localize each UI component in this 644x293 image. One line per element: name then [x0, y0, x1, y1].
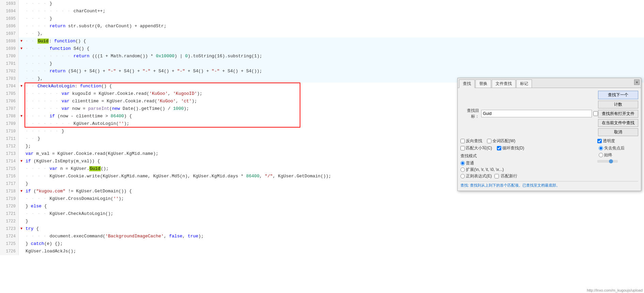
reverse-search-checkbox[interactable]: [460, 139, 465, 143]
line-number: 1702: [0, 68, 19, 75]
match-case-checkbox[interactable]: [460, 146, 465, 150]
line-number: 1698: [0, 38, 19, 45]
transparency-lose-focus-radio[interactable]: [599, 146, 603, 150]
line-number: 1693: [0, 0, 19, 8]
fold-icon: [19, 8, 24, 15]
search-result: 查找: 查找到从上到下的首个匹配项。已查找至文档最底部。: [460, 181, 638, 188]
mode-normal-radio[interactable]: [460, 161, 465, 165]
fold-icon[interactable]: ▼: [19, 225, 24, 233]
whole-word-checkbox[interactable]: [487, 139, 491, 143]
search-mode-section: 查找模式 普通 扩展(\n, \r, \t, \0, \x...): [460, 153, 594, 179]
code-content: · · · · return (S4() + S4() + "-" + S4()…: [24, 68, 644, 75]
line-number: 1704: [0, 83, 19, 90]
tab-find[interactable]: 查找: [459, 79, 475, 88]
transparency-section: 透明度 失去焦点后 始终: [594, 138, 638, 179]
fold-icon[interactable]: ▼: [19, 83, 24, 90]
line-number: 1726: [0, 248, 19, 255]
line-number: 1716: [0, 173, 19, 180]
cancel-button[interactable]: 取消: [598, 128, 638, 136]
tab-file-find[interactable]: 文件查找: [492, 79, 516, 88]
code-content: · · },: [24, 30, 644, 38]
reverse-search-option[interactable]: 反向查找: [460, 138, 482, 144]
fold-icon: [19, 23, 24, 30]
mode-regex-radio[interactable]: [460, 174, 465, 178]
code-line: 1701 · · · · }: [0, 60, 644, 68]
find-in-current-button[interactable]: 在当前文件中查找: [598, 119, 638, 127]
tab-mark[interactable]: 标记: [516, 79, 532, 88]
code-line: 1698▼· · Guid: function() {: [0, 38, 644, 45]
line-number: 1710: [0, 128, 19, 135]
fold-icon: [19, 195, 24, 203]
options-section: 反向查找 全词匹配(W) 匹配大小写(C): [460, 138, 638, 179]
fold-icon[interactable]: ▼: [19, 113, 24, 120]
code-content: · · · · KgUser.CheckAutoLogin();: [24, 210, 644, 218]
line-number: 1712: [0, 143, 19, 150]
line-number: 1718: [0, 188, 19, 195]
fold-icon[interactable]: ▼: [19, 158, 24, 165]
fold-icon: [19, 15, 24, 23]
search-input[interactable]: [481, 110, 592, 117]
line-number: 1720: [0, 203, 19, 210]
fold-icon: [19, 165, 24, 173]
tab-replace[interactable]: 替换: [475, 79, 491, 88]
line-number: 1715: [0, 165, 19, 173]
mode-extended[interactable]: 扩展(\n, \r, \t, \0, \x...): [460, 167, 594, 173]
code-content: · · Guid: function() {: [24, 38, 644, 45]
fold-icon: [19, 53, 24, 60]
line-number: 1709: [0, 120, 19, 128]
loop-search-option[interactable]: 循环查找(D): [497, 145, 524, 151]
code-content: · · · · KgUser.CrossDomainLogin('');: [24, 195, 644, 203]
transparency-always-radio[interactable]: [599, 153, 603, 157]
find-all-open-button[interactable]: 查找所有打开文件: [598, 110, 638, 118]
whole-word-option[interactable]: 全词匹配(W): [487, 138, 515, 144]
search-body: 查找目标： 查找下一个 计数 查找所有打开文件 在当前文件中查找 取消: [458, 88, 641, 191]
line-number: 1696: [0, 23, 19, 30]
line-number: 1708: [0, 113, 19, 120]
code-content: · · · · function S4() {: [24, 45, 644, 53]
transparency-lose-focus[interactable]: 失去焦点后: [599, 145, 638, 151]
transparency-checkbox[interactable]: [597, 139, 602, 143]
code-line: 1720 } else {: [0, 203, 644, 210]
close-button[interactable]: ✕: [634, 79, 640, 85]
code-line: 1695 · · · · }: [0, 15, 644, 23]
fold-icon: [19, 60, 24, 68]
line-number: 1724: [0, 233, 19, 240]
search-label: 查找目标：: [460, 108, 479, 119]
code-content: try {: [24, 225, 644, 233]
fold-icon[interactable]: ▼: [19, 45, 24, 53]
fold-icon: [19, 105, 24, 113]
line-number: 1711: [0, 135, 19, 143]
transparency-always[interactable]: 始终: [599, 152, 638, 158]
match-checkbox[interactable]: [593, 111, 598, 116]
code-content: · · · · · · · · return (((1 + Math.rando…: [24, 53, 644, 60]
search-mode-label: 查找模式: [460, 153, 594, 159]
code-content: · · · · }: [24, 0, 644, 8]
line-number: 1717: [0, 180, 19, 188]
code-content: · · · · document.execCommand('Background…: [24, 233, 644, 240]
loop-search-checkbox[interactable]: [497, 146, 501, 150]
fold-icon: [19, 128, 24, 135]
mode-regex[interactable]: 正则表达式(E) 匹配新行: [460, 173, 594, 179]
fold-icon[interactable]: ▼: [19, 188, 24, 195]
count-button[interactable]: 计数: [598, 101, 638, 108]
editor-container: 1693 · · · · }1694 · · · · · · · · charC…: [0, 0, 644, 293]
fold-icon[interactable]: ▼: [19, 38, 24, 45]
find-next-button[interactable]: 查找下一个: [598, 91, 638, 99]
code-line: 1697 · · },: [0, 30, 644, 38]
code-line: 1702 · · · · return (S4() + S4() + "-" +…: [0, 68, 644, 75]
mode-normal[interactable]: 普通: [460, 160, 594, 166]
line-number: 1707: [0, 105, 19, 113]
mode-extended-radio[interactable]: [460, 167, 465, 172]
search-mode-group: 普通 扩展(\n, \r, \t, \0, \x...) 正则表达式(E) 匹配…: [460, 160, 594, 179]
code-line: 1722 }: [0, 218, 644, 225]
transparency-slider[interactable]: [597, 160, 618, 163]
line-number: 1719: [0, 195, 19, 203]
line-number: 1705: [0, 90, 19, 98]
code-line: 1696 · · · · return str.substr(0, charCo…: [0, 23, 644, 30]
match-newline-checkbox[interactable]: [494, 174, 499, 178]
fold-icon: [19, 135, 24, 143]
match-case-option[interactable]: 匹配大小写(C): [460, 145, 492, 151]
code-content: KgUser.loadAckJs();: [24, 248, 644, 255]
fold-icon: [19, 90, 24, 98]
options-left: 反向查找 全词匹配(W) 匹配大小写(C): [460, 138, 594, 179]
